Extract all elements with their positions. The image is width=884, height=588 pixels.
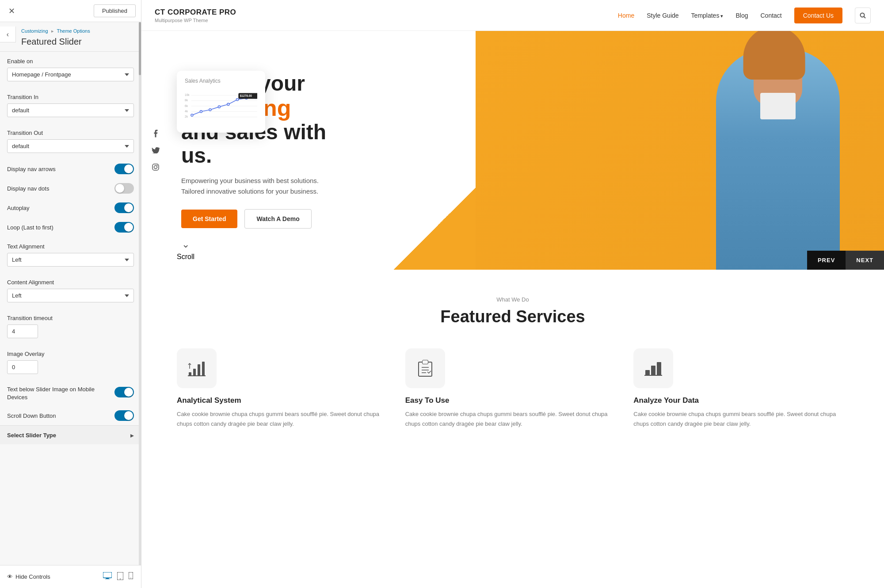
display-nav-arrows-toggle[interactable] <box>114 164 134 174</box>
services-section: What We Do Featured Services <box>141 270 884 588</box>
service-name-3: Analyze Your Data <box>633 396 699 405</box>
service-name-1: Analytical System <box>177 396 241 405</box>
text-alignment-select[interactable]: Left Center Right <box>7 253 134 267</box>
close-button[interactable]: ✕ <box>5 5 18 17</box>
analyze-data-icon-box <box>633 348 673 388</box>
next-button[interactable]: NEXT <box>846 251 884 270</box>
analytics-card: Sales Analytics 10k 8k 6k 4k 2k <box>177 71 265 133</box>
transition-in-select[interactable]: default fade slide <box>7 103 134 117</box>
published-button[interactable]: Published <box>94 4 136 17</box>
svg-point-4 <box>120 578 121 579</box>
hide-controls-label: Hide Controls <box>15 573 50 580</box>
site-nav: Home Style Guide Templates Blog Contact … <box>618 8 871 23</box>
svg-rect-46 <box>657 362 661 375</box>
clipboard-icon <box>418 359 433 377</box>
toggle-slider-nav-arrows <box>114 164 134 174</box>
desktop-icon[interactable] <box>102 571 113 583</box>
svg-point-25 <box>218 106 220 108</box>
social-sidebar <box>150 128 161 172</box>
text-alignment-label: Text Alignment <box>7 243 134 250</box>
site-header: CT CORPORATE PRO Multipurpose WP Theme H… <box>141 0 884 31</box>
content-alignment-select[interactable]: Left Center Right <box>7 289 134 302</box>
autoplay-row: Autoplay <box>0 198 141 218</box>
svg-rect-1 <box>106 578 109 579</box>
text-alignment-section: Text Alignment Left Center Right <box>0 237 141 273</box>
toggle-slider-nav-dots <box>114 183 134 194</box>
instagram-icon[interactable] <box>150 162 161 172</box>
image-overlay-label: Image Overlay <box>7 351 134 357</box>
text-below-slider-row: Text below Slider Image on Mobile Device… <box>0 380 141 406</box>
svg-rect-45 <box>651 366 655 375</box>
nav-blog[interactable]: Blog <box>735 12 748 19</box>
toggle-knob-nav-arrows <box>124 164 133 173</box>
mobile-icon[interactable] <box>128 571 134 583</box>
toggle-knob-text-below <box>124 388 133 397</box>
nav-home[interactable]: Home <box>618 12 634 19</box>
site-preview: CT CORPORATE PRO Multipurpose WP Theme H… <box>141 0 884 588</box>
services-tag: What We Do <box>177 296 849 303</box>
service-card-3: Analyze Your Data Cake cookie brownie ch… <box>633 348 849 429</box>
svg-text:2k: 2k <box>185 115 188 118</box>
svg-point-7 <box>861 13 865 17</box>
hide-controls-button[interactable]: 👁 Hide Controls <box>7 573 50 580</box>
contact-us-button[interactable]: Contact Us <box>794 8 842 23</box>
scroll-label: Scroll <box>177 253 194 261</box>
toggle-slider-text-below <box>114 387 134 397</box>
svg-point-11 <box>157 165 158 166</box>
twitter-icon[interactable] <box>150 145 161 156</box>
svg-point-23 <box>200 111 202 113</box>
toggle-slider-scroll-down <box>114 410 134 421</box>
analytics-title: Sales Analytics <box>185 78 257 84</box>
woman-hair <box>743 31 805 80</box>
nav-style-guide[interactable]: Style Guide <box>647 12 678 19</box>
breadcrumb-theme-options[interactable]: Theme Options <box>57 28 90 34</box>
svg-point-27 <box>236 99 238 101</box>
prev-button[interactable]: PREV <box>807 251 846 270</box>
scroll-down-button-toggle[interactable] <box>114 410 134 421</box>
svg-rect-9 <box>152 164 159 170</box>
svg-text:4k: 4k <box>185 110 188 113</box>
svg-point-26 <box>227 103 229 105</box>
hero-image-area <box>476 31 884 270</box>
toggle-slider-loop <box>114 222 134 233</box>
transition-timeout-input[interactable] <box>7 325 38 338</box>
transition-timeout-section: Transition timeout <box>0 309 141 344</box>
analytical-icon-box <box>177 348 217 388</box>
back-button[interactable]: ‹ <box>0 27 16 42</box>
services-grid: Analytical System Cake cookie brownie ch… <box>177 348 849 429</box>
display-nav-dots-label: Display nav dots <box>7 185 49 192</box>
autoplay-label: Autoplay <box>7 205 30 211</box>
service-card-1: Analytical System Cake cookie brownie ch… <box>177 348 392 429</box>
svg-rect-34 <box>198 364 200 376</box>
scroll-down-button-label: Scroll Down Button <box>7 412 56 419</box>
nav-templates[interactable]: Templates <box>691 12 724 19</box>
service-desc-3: Cake cookie brownie chupa chups gummi be… <box>633 409 849 429</box>
svg-text:$1278.00: $1278.00 <box>240 95 252 98</box>
select-slider-arrow: ▸ <box>130 431 134 439</box>
svg-rect-0 <box>103 572 112 578</box>
hero-woman-figure <box>685 31 871 270</box>
nav-contact[interactable]: Contact <box>761 12 782 19</box>
watch-demo-button[interactable]: Watch A Demo <box>244 209 311 229</box>
display-nav-arrows-row: Display nav arrows <box>0 159 141 179</box>
tablet-icon[interactable] <box>116 571 124 583</box>
loop-toggle[interactable] <box>114 222 134 233</box>
transition-out-select[interactable]: default fade slide <box>7 139 134 153</box>
breadcrumb-customizing[interactable]: Customizing <box>21 28 48 34</box>
search-button[interactable] <box>855 8 871 23</box>
svg-point-6 <box>130 577 131 578</box>
facebook-icon[interactable] <box>150 128 161 139</box>
display-nav-dots-toggle[interactable] <box>114 183 134 194</box>
autoplay-toggle[interactable] <box>114 202 134 213</box>
analytics-chart: 10k 8k 6k 4k 2k <box>185 88 257 124</box>
panel-scroll-area[interactable]: Customizing ▸ Theme Options Featured Sli… <box>0 22 141 588</box>
text-below-slider-toggle[interactable] <box>114 387 134 397</box>
enable-on-select[interactable]: Homepage / Frontpage All Pages Disabled <box>7 68 134 81</box>
site-logo: CT CORPORATE PRO Multipurpose WP Theme <box>155 8 236 23</box>
service-card-2: Easy To Use Cake cookie brownie chupa ch… <box>405 348 621 429</box>
scroll-down-indicator[interactable]: ⌄ Scroll <box>177 239 194 261</box>
get-started-button[interactable]: Get Started <box>181 210 237 228</box>
image-overlay-input[interactable] <box>7 360 38 374</box>
svg-rect-2 <box>105 579 110 579</box>
svg-rect-44 <box>645 370 650 375</box>
